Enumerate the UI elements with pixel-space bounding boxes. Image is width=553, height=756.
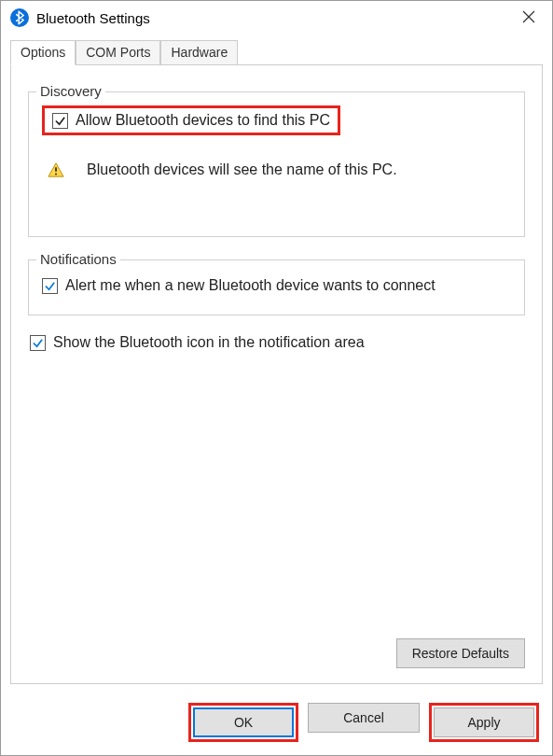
- bluetooth-settings-window: Bluetooth Settings Options COM Ports Har…: [0, 0, 553, 756]
- restore-row: Restore Defaults: [28, 638, 525, 668]
- discovery-legend: Discovery: [36, 83, 105, 99]
- show-icon-row: Show the Bluetooth icon in the notificat…: [30, 334, 525, 351]
- cancel-button[interactable]: Cancel: [308, 703, 420, 733]
- window-title: Bluetooth Settings: [36, 10, 505, 26]
- restore-defaults-button[interactable]: Restore Defaults: [396, 638, 525, 668]
- tabstrip: Options COM Ports Hardware: [10, 40, 543, 64]
- alert-connect-label: Alert me when a new Bluetooth device wan…: [65, 277, 435, 294]
- tab-com-ports[interactable]: COM Ports: [76, 40, 160, 64]
- svg-rect-4: [55, 167, 57, 172]
- button-bar: OK Cancel Apply: [1, 693, 552, 755]
- apply-button[interactable]: Apply: [434, 707, 534, 737]
- show-icon-checkbox[interactable]: [30, 335, 46, 351]
- allow-discovery-checkbox[interactable]: [52, 113, 68, 129]
- allow-discovery-label: Allow Bluetooth devices to find this PC: [76, 112, 330, 129]
- warning-icon: [48, 161, 64, 178]
- show-icon-label: Show the Bluetooth icon in the notificat…: [53, 334, 365, 351]
- ok-button[interactable]: OK: [193, 707, 294, 737]
- discovery-info-text: Bluetooth devices will see the name of t…: [87, 161, 397, 178]
- tab-hardware[interactable]: Hardware: [160, 40, 238, 64]
- highlight-ok: OK: [188, 703, 298, 742]
- discovery-info-row: Bluetooth devices will see the name of t…: [48, 161, 511, 178]
- tab-content: Discovery Allow Bluetooth devices to fin…: [10, 64, 543, 684]
- discovery-group: Discovery Allow Bluetooth devices to fin…: [28, 91, 525, 237]
- highlight-apply: Apply: [429, 703, 539, 742]
- tab-options[interactable]: Options: [10, 40, 76, 65]
- alert-connect-checkbox[interactable]: [42, 278, 58, 294]
- bluetooth-icon: [10, 8, 29, 27]
- svg-rect-5: [55, 174, 57, 175]
- close-icon: [522, 10, 535, 26]
- notifications-legend: Notifications: [36, 251, 120, 267]
- close-button[interactable]: [505, 1, 552, 35]
- notifications-group: Notifications Alert me when a new Blueto…: [28, 259, 525, 315]
- titlebar: Bluetooth Settings: [1, 1, 552, 35]
- highlight-allow-discovery: Allow Bluetooth devices to find this PC: [42, 105, 340, 135]
